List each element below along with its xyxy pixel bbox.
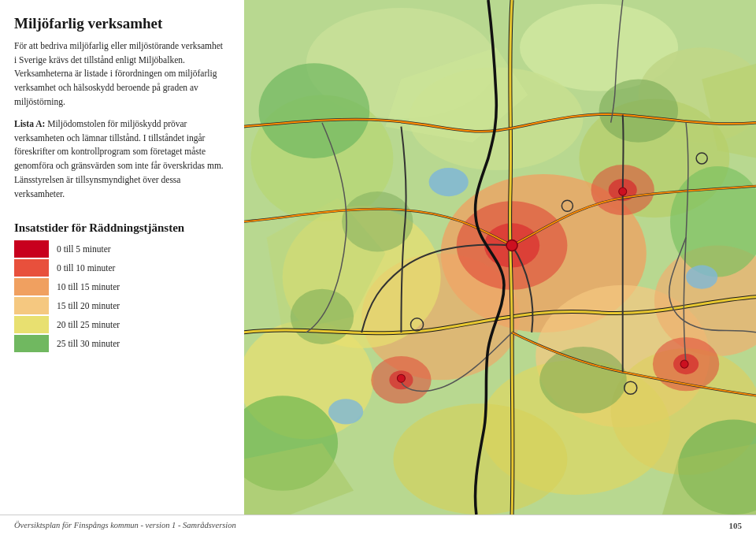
svg-point-34 <box>342 191 413 251</box>
legend-item-3: 15 till 20 minuter <box>14 297 227 314</box>
footer-page-number: 105 <box>729 521 743 530</box>
svg-point-40 <box>506 240 517 251</box>
legend-item-0: 0 till 5 minuter <box>14 240 227 258</box>
legend-color-1 <box>14 259 49 277</box>
legend-color-4 <box>14 316 49 333</box>
legend-label-5: 25 till 30 minuter <box>57 339 120 348</box>
footer: Översiktsplan för Finspångs kommun - ver… <box>0 515 756 535</box>
list-a-body: Miljödomstolen för miljöskydd prövar ver… <box>14 119 224 199</box>
legend-color-5 <box>14 335 49 352</box>
page-title: Miljöfarlig verksamhet <box>14 14 227 33</box>
legend-color-2 <box>14 278 49 295</box>
svg-point-38 <box>686 266 717 289</box>
svg-point-33 <box>599 79 678 142</box>
left-panel: Miljöfarlig verksamhet För att bedriva m… <box>0 0 244 515</box>
svg-point-39 <box>328 399 363 424</box>
legend-label-2: 10 till 15 minuter <box>57 282 120 292</box>
legend-label-0: 0 till 5 minuter <box>57 244 111 254</box>
legend-color-3 <box>14 297 49 314</box>
svg-point-35 <box>539 347 627 413</box>
legend-color-0 <box>14 240 49 258</box>
legend-item-4: 20 till 25 minuter <box>14 316 227 333</box>
legend-label-3: 15 till 20 minuter <box>57 301 120 310</box>
svg-point-16 <box>259 63 370 158</box>
map-panel <box>244 0 756 515</box>
legend-title: Insatstider för Räddningstjänsten <box>14 221 227 236</box>
page-container: Miljöfarlig verksamhet För att bedriva m… <box>0 0 756 535</box>
legend-item-5: 25 till 30 minuter <box>14 335 227 352</box>
legend-item-2: 10 till 15 minuter <box>14 278 227 295</box>
legend-items: 0 till 5 minuter0 till 10 minuter10 till… <box>14 240 227 354</box>
list-a-text: Lista A: Miljödomstolen för miljöskydd p… <box>14 117 227 202</box>
map-svg <box>244 0 756 515</box>
main-content: Miljöfarlig verksamhet För att bedriva m… <box>0 0 756 515</box>
footer-left-text: Översiktsplan för Finspångs kommun - ver… <box>14 521 236 529</box>
legend-label-1: 0 till 10 minuter <box>57 263 115 273</box>
legend-item-1: 0 till 10 minuter <box>14 259 227 277</box>
svg-point-15 <box>393 403 567 515</box>
svg-point-43 <box>680 360 688 368</box>
svg-point-42 <box>397 374 405 382</box>
intro-text: För att bedriva miljöfarlig eller miljös… <box>14 39 227 110</box>
svg-point-37 <box>429 168 469 196</box>
legend-section: Insatstider för Räddningstjänsten 0 till… <box>14 221 227 355</box>
svg-point-41 <box>619 188 627 195</box>
legend-label-4: 20 till 25 minuter <box>57 320 120 329</box>
list-a-label: Lista A: <box>14 119 45 128</box>
